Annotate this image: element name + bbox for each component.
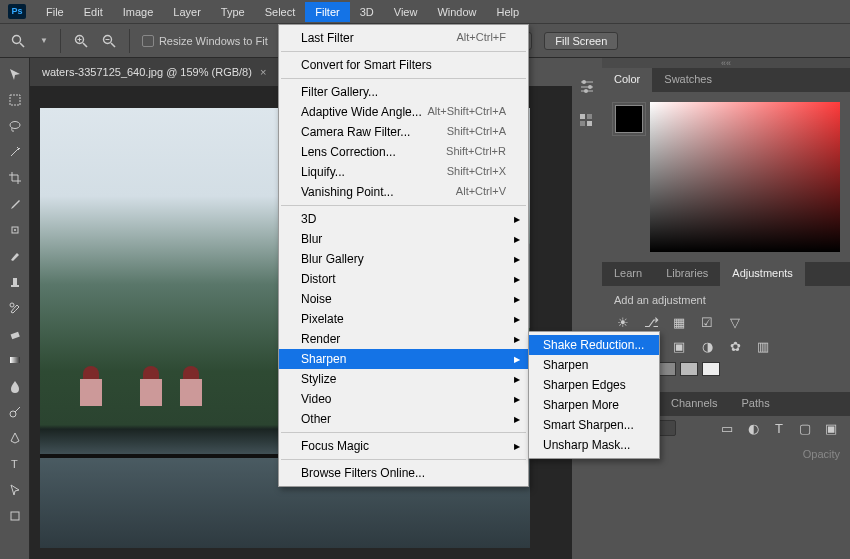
- menu-sub-render[interactable]: Render: [279, 329, 528, 349]
- menu-help[interactable]: Help: [487, 2, 530, 22]
- submenu-unsharp-mask[interactable]: Unsharp Mask...: [529, 435, 659, 455]
- menu-sub-stylize[interactable]: Stylize: [279, 369, 528, 389]
- tool-pen[interactable]: [3, 426, 27, 450]
- menu-sub-video[interactable]: Video: [279, 389, 528, 409]
- menu-sub-pixelate[interactable]: Pixelate: [279, 309, 528, 329]
- filter-shape-icon[interactable]: ▢: [796, 420, 814, 436]
- tab-color[interactable]: Color: [602, 68, 652, 92]
- menu-convert-smart[interactable]: Convert for Smart Filters: [279, 55, 528, 75]
- menu-sub-blur-gallery[interactable]: Blur Gallery: [279, 249, 528, 269]
- menu-window[interactable]: Window: [427, 2, 486, 22]
- color-field[interactable]: [650, 102, 840, 252]
- menu-sub-noise[interactable]: Noise: [279, 289, 528, 309]
- adj-swatch[interactable]: [680, 362, 698, 376]
- menu-select[interactable]: Select: [255, 2, 306, 22]
- adj-swatch[interactable]: [702, 362, 720, 376]
- menu-filter[interactable]: Filter: [305, 2, 349, 22]
- submenu-shake-reduction[interactable]: Shake Reduction...: [529, 335, 659, 355]
- svg-rect-31: [587, 121, 592, 126]
- menu-focus-magic[interactable]: Focus Magic: [279, 436, 528, 456]
- adj-brightness-icon[interactable]: ☀: [614, 314, 632, 330]
- filter-smart-icon[interactable]: ▣: [822, 420, 840, 436]
- tool-marquee[interactable]: [3, 88, 27, 112]
- tab-adjustments[interactable]: Adjustments: [720, 262, 805, 286]
- tool-move[interactable]: [3, 62, 27, 86]
- menu-liquify[interactable]: Liquify...Shift+Ctrl+X: [279, 162, 528, 182]
- zoom-tool-icon[interactable]: [10, 33, 26, 49]
- adjustment-row-1: ☀ ⎇ ▦ ☑ ▽: [614, 314, 838, 330]
- panel-collapse-icon[interactable]: ««: [602, 58, 850, 68]
- menu-adaptive-wide-angle[interactable]: Adaptive Wide Angle...Alt+Shift+Ctrl+A: [279, 102, 528, 122]
- tool-history-brush[interactable]: [3, 296, 27, 320]
- menubar: Ps File Edit Image Layer Type Select Fil…: [0, 0, 850, 24]
- chevron-down-icon[interactable]: ▼: [40, 36, 48, 45]
- submenu-smart-sharpen[interactable]: Smart Sharpen...: [529, 415, 659, 435]
- svg-line-7: [111, 43, 115, 47]
- menu-edit[interactable]: Edit: [74, 2, 113, 22]
- menu-sub-other[interactable]: Other: [279, 409, 528, 429]
- filter-type-icon[interactable]: T: [770, 420, 788, 436]
- tool-heal[interactable]: [3, 218, 27, 242]
- adj-exposure-icon[interactable]: ☑: [698, 314, 716, 330]
- tool-crop[interactable]: [3, 166, 27, 190]
- tool-eyedropper[interactable]: [3, 192, 27, 216]
- menu-type[interactable]: Type: [211, 2, 255, 22]
- document-tab[interactable]: waters-3357125_640.jpg @ 159% (RGB/8) ×: [30, 58, 279, 86]
- tab-swatches[interactable]: Swatches: [652, 68, 724, 92]
- tab-channels[interactable]: Channels: [659, 392, 729, 416]
- fill-screen-button[interactable]: Fill Screen: [544, 32, 618, 50]
- tool-stamp[interactable]: [3, 270, 27, 294]
- tool-dodge[interactable]: [3, 400, 27, 424]
- menu-sub-blur[interactable]: Blur: [279, 229, 528, 249]
- submenu-sharpen-edges[interactable]: Sharpen Edges: [529, 375, 659, 395]
- sliders-icon[interactable]: [578, 78, 596, 94]
- resize-windows-label: Resize Windows to Fit: [159, 35, 268, 47]
- menu-camera-raw[interactable]: Camera Raw Filter...Shift+Ctrl+A: [279, 122, 528, 142]
- menu-last-filter[interactable]: Last FilterAlt+Ctrl+F: [279, 28, 528, 48]
- tool-eraser[interactable]: [3, 322, 27, 346]
- zoom-out-icon[interactable]: [101, 33, 117, 49]
- tool-blur[interactable]: [3, 374, 27, 398]
- menu-vanishing-point[interactable]: Vanishing Point...Alt+Ctrl+V: [279, 182, 528, 202]
- tool-path-select[interactable]: [3, 478, 27, 502]
- close-tab-icon[interactable]: ×: [260, 66, 266, 78]
- menu-sub-3d[interactable]: 3D: [279, 209, 528, 229]
- menu-layer[interactable]: Layer: [163, 2, 211, 22]
- tab-learn[interactable]: Learn: [602, 262, 654, 286]
- adj-vibrance-icon[interactable]: ▽: [726, 314, 744, 330]
- menu-image[interactable]: Image: [113, 2, 164, 22]
- tool-brush[interactable]: [3, 244, 27, 268]
- adjustments-title: Add an adjustment: [614, 294, 838, 306]
- adj-photofilter-icon[interactable]: ▣: [670, 338, 688, 354]
- adj-swatch[interactable]: [658, 362, 676, 376]
- adj-colorlookup-icon[interactable]: ✿: [726, 338, 744, 354]
- submenu-sharpen-more[interactable]: Sharpen More: [529, 395, 659, 415]
- tool-shape[interactable]: [3, 504, 27, 528]
- menu-browse-filters[interactable]: Browse Filters Online...: [279, 463, 528, 483]
- adj-channelmix-icon[interactable]: ◑: [698, 338, 716, 354]
- zoom-in-icon[interactable]: [73, 33, 89, 49]
- filter-adj-icon[interactable]: ◐: [744, 420, 762, 436]
- menu-sub-sharpen[interactable]: Sharpen: [279, 349, 528, 369]
- tab-libraries[interactable]: Libraries: [654, 262, 720, 286]
- svg-text:T: T: [11, 458, 18, 470]
- submenu-sharpen[interactable]: Sharpen: [529, 355, 659, 375]
- menu-sub-distort[interactable]: Distort: [279, 269, 528, 289]
- adj-levels-icon[interactable]: ⎇: [642, 314, 660, 330]
- tool-lasso[interactable]: [3, 114, 27, 138]
- resize-windows-checkbox[interactable]: Resize Windows to Fit: [142, 35, 268, 47]
- menu-3d[interactable]: 3D: [350, 2, 384, 22]
- tool-wand[interactable]: [3, 140, 27, 164]
- adj-invert-icon[interactable]: ▥: [754, 338, 772, 354]
- foreground-swatch[interactable]: [612, 102, 646, 136]
- adj-curves-icon[interactable]: ▦: [670, 314, 688, 330]
- tab-paths[interactable]: Paths: [730, 392, 782, 416]
- menu-lens-correction[interactable]: Lens Correction...Shift+Ctrl+R: [279, 142, 528, 162]
- menu-filter-gallery[interactable]: Filter Gallery...: [279, 82, 528, 102]
- tool-type[interactable]: T: [3, 452, 27, 476]
- menu-file[interactable]: File: [36, 2, 74, 22]
- tool-gradient[interactable]: [3, 348, 27, 372]
- menu-view[interactable]: View: [384, 2, 428, 22]
- filter-image-icon[interactable]: ▭: [718, 420, 736, 436]
- swatches-icon[interactable]: [578, 112, 596, 128]
